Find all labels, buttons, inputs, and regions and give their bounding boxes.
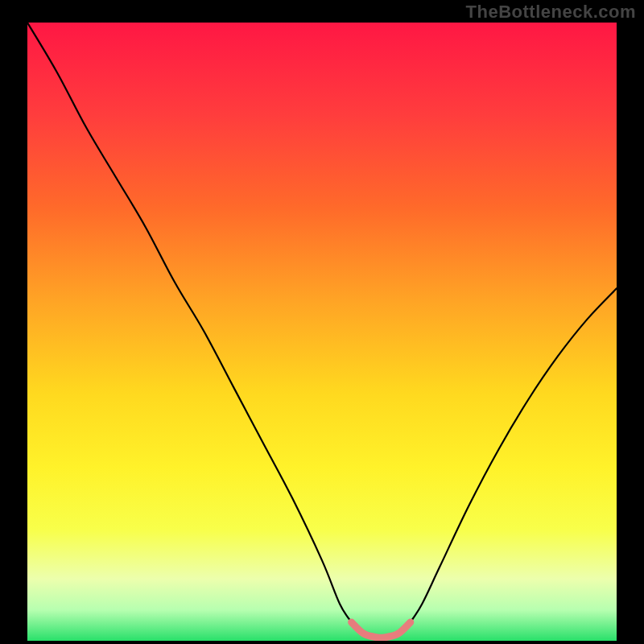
attribution-text: TheBottleneck.com: [466, 2, 636, 23]
gradient-background: [27, 23, 617, 641]
bottleneck-plot: [27, 23, 617, 641]
chart-frame: TheBottleneck.com: [0, 0, 644, 644]
